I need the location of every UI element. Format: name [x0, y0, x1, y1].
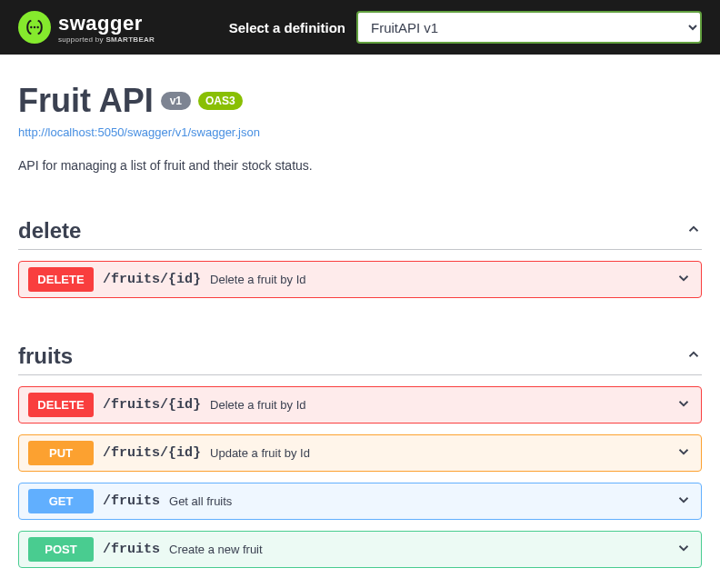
tag-name: delete	[18, 218, 81, 244]
operation-row[interactable]: POST/fruitsCreate a new fruit	[18, 531, 702, 568]
title-row: Fruit API v1 OAS3	[18, 82, 702, 120]
chevron-down-icon	[675, 540, 692, 560]
brand-logo[interactable]: swagger supported by SMARTBEAR	[18, 11, 155, 44]
http-method-badge: PUT	[28, 441, 94, 465]
tag-header[interactable]: fruits	[18, 344, 702, 375]
chevron-down-icon	[675, 270, 692, 290]
tag-section: deleteDELETE/fruits/{id}Delete a fruit b…	[18, 218, 702, 298]
operation-path: /fruits	[103, 493, 160, 509]
definition-select-wrapper: FruitAPI v1	[356, 11, 702, 44]
brand-text: swagger supported by SMARTBEAR	[58, 12, 155, 44]
operation-row[interactable]: PUT/fruits/{id}Update a fruit by Id	[18, 434, 702, 472]
operation-row[interactable]: DELETE/fruits/{id}Delete a fruit by Id	[18, 261, 702, 298]
svg-point-2	[36, 26, 38, 28]
chevron-down-icon	[675, 443, 692, 463]
operation-row[interactable]: GET/fruitsGet all fruits	[18, 483, 702, 520]
content-area: Fruit API v1 OAS3 http://localhost:5050/…	[0, 55, 720, 588]
tag-name: fruits	[18, 344, 73, 369]
brand-subtitle: supported by SMARTBEAR	[58, 35, 155, 44]
brand-name: swagger	[58, 12, 155, 35]
http-method-badge: GET	[28, 489, 94, 513]
chevron-up-icon	[685, 221, 702, 241]
http-method-badge: DELETE	[28, 267, 94, 292]
http-method-badge: DELETE	[28, 393, 94, 417]
operation-path: /fruits/{id}	[103, 445, 201, 461]
spec-url-link[interactable]: http://localhost:5050/swagger/v1/swagger…	[18, 125, 260, 139]
tag-header[interactable]: delete	[18, 218, 702, 250]
version-badge: v1	[161, 92, 191, 110]
operation-row[interactable]: DELETE/fruits/{id}Delete a fruit by Id	[18, 386, 702, 424]
tag-section: fruitsDELETE/fruits/{id}Delete a fruit b…	[18, 344, 702, 568]
svg-point-0	[30, 26, 32, 28]
definition-select-label: Select a definition	[229, 20, 345, 35]
chevron-up-icon	[685, 346, 702, 366]
operation-summary: Get all fruits	[169, 494, 232, 508]
operation-path: /fruits/{id}	[103, 397, 201, 413]
api-description: API for managing a list of fruit and the…	[18, 158, 702, 173]
operation-summary: Delete a fruit by Id	[210, 273, 306, 286]
topbar: swagger supported by SMARTBEAR Select a …	[0, 0, 720, 55]
operation-path: /fruits	[103, 542, 160, 557]
chevron-down-icon	[675, 395, 692, 415]
operation-summary: Delete a fruit by Id	[210, 398, 306, 412]
chevron-down-icon	[675, 492, 692, 512]
page-title: Fruit API	[18, 82, 154, 120]
operation-path: /fruits/{id}	[103, 272, 201, 287]
operation-summary: Create a new fruit	[169, 543, 263, 556]
operation-summary: Update a fruit by Id	[210, 446, 310, 460]
oas-badge: OAS3	[198, 92, 243, 110]
swagger-logo-icon	[18, 11, 51, 44]
definition-select[interactable]: FruitAPI v1	[356, 11, 702, 44]
svg-point-1	[34, 26, 35, 28]
http-method-badge: POST	[28, 537, 94, 562]
